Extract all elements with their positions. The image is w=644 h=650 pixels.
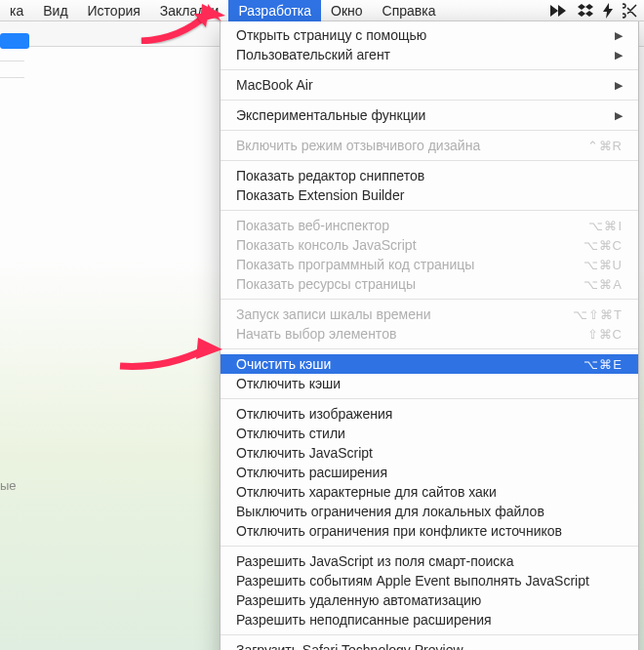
menu-separator bbox=[221, 160, 638, 161]
menu-row[interactable]: Загрузить Safari Technology Preview bbox=[221, 640, 638, 650]
menu-row-label: Отключить кэши bbox=[236, 376, 623, 391]
menu-row-label: Разрешить JavaScript из поля смарт-поиск… bbox=[236, 553, 623, 569]
menu-item-bookmarks[interactable]: Закладки bbox=[150, 0, 229, 21]
menu-row[interactable]: Очистить кэши⌥⌘E bbox=[221, 354, 638, 374]
annotation-arrow-highlight bbox=[112, 332, 224, 376]
menu-row: Показать консоль JavaScript⌥⌘C bbox=[221, 235, 638, 255]
menu-separator bbox=[221, 100, 638, 101]
sidebar-fragment bbox=[0, 61, 24, 78]
menu-separator bbox=[221, 348, 638, 349]
develop-menu-dropdown: Открыть страницу с помощью▶Пользовательс… bbox=[220, 21, 639, 650]
menu-row-shortcut: ⌥⌘I bbox=[581, 219, 623, 233]
menu-separator bbox=[221, 634, 638, 635]
menu-row: Начать выбор элементов⇧⌘C bbox=[221, 324, 638, 344]
scissors-icon[interactable] bbox=[623, 3, 638, 19]
menu-row[interactable]: Отключить JavaScript bbox=[221, 443, 638, 463]
menu-row-label: Выключить ограничения для локальных файл… bbox=[236, 504, 623, 519]
menu-row[interactable]: Выключить ограничения для локальных файл… bbox=[221, 502, 638, 521]
menu-row: Показать веб-инспектор⌥⌘I bbox=[221, 216, 638, 235]
menu-row[interactable]: Пользовательский агент▶ bbox=[221, 45, 638, 64]
menu-row-label: Отключить характерные для сайтов хаки bbox=[236, 484, 623, 500]
menu-item-history[interactable]: История bbox=[78, 0, 150, 21]
menu-row-label: Включить режим отзывчивого дизайна bbox=[236, 138, 580, 153]
menu-row-shortcut: ⌥⌘E bbox=[576, 357, 623, 372]
menu-separator bbox=[221, 130, 638, 131]
menu-row-label: Экспериментальные функции bbox=[236, 107, 607, 123]
menu-row-shortcut: ⇧⌘C bbox=[580, 327, 623, 342]
menu-row[interactable]: Показать редактор сниппетов bbox=[221, 166, 638, 185]
svg-marker-1 bbox=[196, 338, 222, 359]
menu-row-label: Запуск записи шкалы времени bbox=[236, 306, 565, 322]
menu-row-label: Загрузить Safari Technology Preview bbox=[236, 642, 623, 650]
menu-row-shortcut: ⌥⌘C bbox=[576, 238, 623, 253]
menu-item-develop[interactable]: Разработка bbox=[228, 0, 321, 21]
menu-item-vid[interactable]: Вид bbox=[33, 0, 77, 21]
menu-row-label: Отключить стили bbox=[236, 426, 623, 441]
menu-separator bbox=[221, 210, 638, 211]
menu-row-label: Начать выбор элементов bbox=[236, 326, 580, 342]
menu-row[interactable]: Открыть страницу с помощью▶ bbox=[221, 25, 638, 45]
menu-row-label: Открыть страницу с помощью bbox=[236, 27, 607, 43]
menu-row[interactable]: Отключить стили bbox=[221, 424, 638, 443]
submenu-arrow-icon: ▶ bbox=[607, 79, 623, 92]
menu-row[interactable]: Экспериментальные функции▶ bbox=[221, 105, 638, 125]
menu-row-label: Разрешить событиям Apple Event выполнять… bbox=[236, 573, 623, 589]
menu-row-label: MacBook Air bbox=[236, 77, 607, 93]
menu-separator bbox=[221, 398, 638, 399]
menu-row: Запуск записи шкалы времени⌥⇧⌘T bbox=[221, 305, 638, 324]
menu-row-shortcut: ⌥⇧⌘T bbox=[565, 307, 623, 322]
menu-row[interactable]: Отключить ограничения при конфликте исто… bbox=[221, 521, 638, 541]
menu-row[interactable]: Разрешить удаленную автоматизацию bbox=[221, 590, 638, 610]
submenu-arrow-icon: ▶ bbox=[607, 109, 623, 122]
fast-forward-icon[interactable] bbox=[550, 5, 568, 17]
menu-row-shortcut: ⌃⌘R bbox=[580, 139, 623, 153]
dropbox-icon[interactable] bbox=[578, 4, 593, 18]
menu-row-label: Отключить ограничения при конфликте исто… bbox=[236, 523, 623, 539]
menu-row-shortcut: ⌥⌘A bbox=[576, 277, 623, 292]
menu-row-label: Пользовательский агент bbox=[236, 47, 607, 62]
menu-row[interactable]: Показать Extension Builder bbox=[221, 185, 638, 205]
menu-row[interactable]: Разрешить неподписанные расширения bbox=[221, 610, 638, 630]
menu-row[interactable]: Отключить характерные для сайтов хаки bbox=[221, 482, 638, 502]
menu-row-label: Отключить расширения bbox=[236, 465, 623, 480]
menu-row-label: Очистить кэши bbox=[236, 356, 576, 372]
sidebar-text-fragment: ые bbox=[0, 478, 17, 493]
menu-row[interactable]: Отключить изображения bbox=[221, 404, 638, 424]
menu-row-label: Разрешить удаленную автоматизацию bbox=[236, 592, 623, 608]
menu-row-label: Показать консоль JavaScript bbox=[236, 237, 576, 253]
menu-row[interactable]: Отключить расширения bbox=[221, 463, 638, 482]
menu-row-label: Показать редактор сниппетов bbox=[236, 168, 623, 183]
menu-row[interactable]: MacBook Air▶ bbox=[221, 75, 638, 95]
menu-item-window[interactable]: Окно bbox=[321, 0, 373, 21]
system-tray bbox=[550, 3, 644, 19]
menu-row-label: Отключить изображения bbox=[236, 406, 623, 422]
menubar: ка Вид История Закладки Разработка Окно … bbox=[0, 0, 644, 21]
menu-separator bbox=[221, 69, 638, 70]
menu-separator bbox=[221, 546, 638, 547]
menu-row-label: Показать ресурсы страницы bbox=[236, 276, 576, 292]
menu-row-label: Показать программный код страницы bbox=[236, 257, 576, 272]
menu-item-pravka-partial[interactable]: ка bbox=[0, 0, 33, 21]
active-tab-fragment[interactable] bbox=[0, 33, 29, 49]
menu-row-shortcut: ⌥⌘U bbox=[576, 258, 623, 272]
menu-row[interactable]: Разрешить событиям Apple Event выполнять… bbox=[221, 571, 638, 590]
menu-row: Показать ресурсы страницы⌥⌘A bbox=[221, 274, 638, 294]
menu-row-label: Отключить JavaScript bbox=[236, 445, 623, 461]
menu-row: Включить режим отзывчивого дизайна⌃⌘R bbox=[221, 136, 638, 155]
menu-row-label: Разрешить неподписанные расширения bbox=[236, 612, 623, 628]
menu-separator bbox=[221, 299, 638, 300]
submenu-arrow-icon: ▶ bbox=[607, 29, 623, 42]
menu-row[interactable]: Отключить кэши bbox=[221, 374, 638, 393]
menu-row: Показать программный код страницы⌥⌘U bbox=[221, 255, 638, 274]
menu-item-help[interactable]: Справка bbox=[373, 0, 446, 21]
menu-row-label: Показать веб-инспектор bbox=[236, 218, 581, 233]
menu-row-label: Показать Extension Builder bbox=[236, 187, 623, 203]
menu-row[interactable]: Разрешить JavaScript из поля смарт-поиск… bbox=[221, 551, 638, 571]
lightning-icon[interactable] bbox=[603, 3, 613, 19]
submenu-arrow-icon: ▶ bbox=[607, 49, 623, 61]
